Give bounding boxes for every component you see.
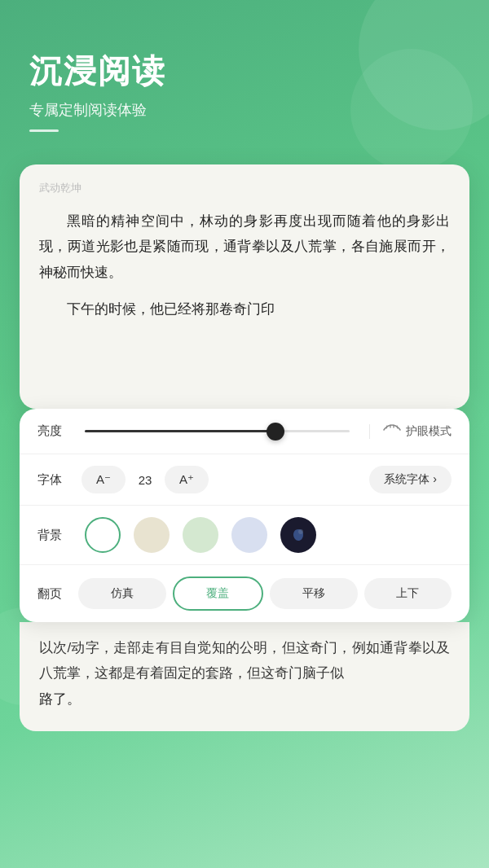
pageturn-label: 翻页 bbox=[37, 586, 72, 602]
brightness-label: 亮度 bbox=[37, 423, 72, 439]
bg-color-white[interactable] bbox=[85, 517, 121, 553]
bg-label: 背景 bbox=[37, 528, 72, 543]
font-increase-button[interactable]: A⁺ bbox=[165, 466, 209, 493]
brightness-row: 亮度 护眼模式 bbox=[20, 409, 469, 454]
bg-color-cream[interactable] bbox=[134, 517, 170, 553]
pageturn-row: 翻页 仿真 覆盖 平移 上下 bbox=[20, 565, 469, 622]
bottom-paragraph: 以次/动字，走部走有目自觉知的公明，但这奇门，例如通背拳以及八荒掌，这都是有着固… bbox=[39, 635, 450, 686]
page-subtitle: 专属定制阅读体验 bbox=[29, 100, 460, 120]
font-decrease-button[interactable]: A⁻ bbox=[82, 466, 126, 493]
eye-icon bbox=[383, 424, 401, 439]
svg-line-3 bbox=[397, 426, 398, 428]
svg-point-4 bbox=[298, 529, 303, 534]
eye-mode-label: 护眼模式 bbox=[406, 424, 452, 439]
bottom-content: 以次/动字，走部走有目自觉知的公明，但这奇门，例如通背拳以及八荒掌，这都是有着固… bbox=[20, 622, 469, 731]
brightness-slider-wrap bbox=[85, 430, 350, 432]
book-title: 武动乾坤 bbox=[39, 181, 450, 195]
book-paragraph-2: 下午的时候，他已经将那卷奇门印 bbox=[39, 296, 450, 322]
font-label: 字体 bbox=[37, 472, 72, 488]
pageturn-updown-button[interactable]: 上下 bbox=[364, 578, 452, 609]
pageturn-simulate-button[interactable]: 仿真 bbox=[78, 578, 166, 609]
book-paragraph-1: 黑暗的精神空间中，林动的身影再度出现而随着他的身影出现，两道光影也是紧随而现，通… bbox=[39, 208, 450, 285]
reader-card: 武动乾坤 黑暗的精神空间中，林动的身影再度出现而随着他的身影出现，两道光影也是紧… bbox=[20, 164, 469, 409]
slider-fill bbox=[85, 430, 275, 432]
pageturn-cover-button[interactable]: 覆盖 bbox=[173, 576, 264, 611]
font-size-value: 23 bbox=[135, 473, 155, 487]
bg-color-dark[interactable] bbox=[280, 517, 316, 553]
pageturn-slide-button[interactable]: 平移 bbox=[270, 578, 358, 609]
slider-thumb[interactable] bbox=[267, 423, 284, 441]
bottom-paragraph-2: 路了。 bbox=[39, 686, 450, 712]
svg-line-0 bbox=[386, 426, 387, 428]
header-decoration bbox=[29, 129, 59, 132]
settings-panel: 亮度 护眼模式 字体 A⁻ 23 A⁺ bbox=[20, 409, 469, 622]
background-row: 背景 bbox=[20, 506, 469, 565]
font-family-button[interactable]: 系统字体 › bbox=[369, 466, 452, 493]
book-content: 黑暗的精神空间中，林动的身影再度出现而随着他的身影出现，两道光影也是紧随而现，通… bbox=[39, 208, 450, 322]
slider-track bbox=[85, 430, 350, 432]
bg-color-green[interactable] bbox=[183, 517, 218, 553]
font-row: 字体 A⁻ 23 A⁺ 系统字体 › bbox=[20, 454, 469, 506]
bg-color-blue[interactable] bbox=[231, 517, 267, 553]
eye-mode-toggle[interactable]: 护眼模式 bbox=[369, 424, 452, 439]
